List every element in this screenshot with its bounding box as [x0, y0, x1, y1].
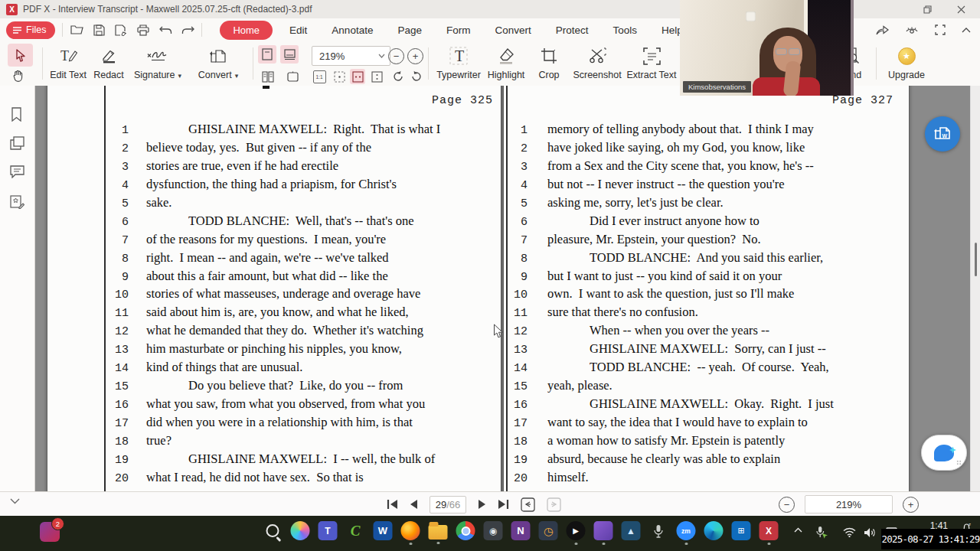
extract-text-tool[interactable]: Extract Text	[626, 44, 677, 80]
transcript-line: 4 but not -- I never instruct -- the que…	[504, 177, 907, 195]
line-text: absurd, because he clearly was able to e…	[547, 452, 780, 467]
zoom-level-display[interactable]: 219%	[805, 495, 893, 514]
last-page-icon[interactable]	[498, 499, 509, 510]
comments-icon[interactable]	[10, 165, 24, 178]
highlight-tool[interactable]: Highlight	[484, 44, 528, 80]
save-as-icon[interactable]	[114, 23, 128, 37]
collapse-panel-icon[interactable]	[10, 498, 20, 504]
fullscreen-icon[interactable]	[935, 24, 946, 35]
voice-recorder-icon[interactable]	[649, 521, 668, 540]
save-icon[interactable]	[92, 23, 106, 37]
share-icon[interactable]	[876, 24, 889, 35]
menu-tab[interactable]: Page	[385, 24, 434, 36]
search-icon[interactable]	[263, 521, 283, 540]
files-menu-button[interactable]: Files	[6, 21, 55, 39]
facing-pages-icon[interactable]	[260, 69, 276, 84]
tray-expand-icon[interactable]	[794, 527, 802, 533]
fit-page-icon[interactable]	[332, 69, 347, 84]
pdf-page-325[interactable]: Page 325 1 GHISLAINE MAXWELL: Right. Tha…	[47, 86, 501, 491]
webcam-overlay: Kimsobservations	[680, 0, 854, 96]
convert-tool[interactable]: Convert	[193, 44, 243, 80]
clock-app-icon[interactable]: ◷	[539, 521, 558, 540]
notification-app-icon[interactable]: 2	[40, 522, 60, 542]
ai-assistant-floating-button[interactable]	[921, 435, 967, 471]
wifi-icon[interactable]	[843, 527, 856, 537]
edit-text-tool[interactable]: T Edit Text	[44, 44, 92, 80]
actual-size-icon[interactable]: 1:1	[312, 69, 327, 84]
typewriter-tool[interactable]: T Typewriter	[434, 44, 483, 80]
view-history-back-icon[interactable]	[521, 497, 535, 512]
first-page-icon[interactable]	[387, 499, 398, 510]
drag-handle-icon[interactable]	[956, 460, 962, 465]
volume-icon[interactable]	[864, 527, 876, 538]
crop-tool[interactable]: Crop	[534, 44, 564, 80]
zoom-out-icon[interactable]: −	[388, 48, 404, 64]
rotate-cw-icon[interactable]	[390, 69, 406, 84]
rotate-ccw-icon[interactable]	[409, 69, 424, 84]
pdf-page-327[interactable]: Page 327 1 memory of telling anybody abo…	[503, 86, 910, 491]
signature-icon	[146, 44, 169, 67]
page-thumbnails-icon[interactable]	[10, 136, 24, 150]
redo-icon[interactable]	[181, 23, 194, 37]
restore-window-button[interactable]	[914, 0, 940, 18]
annotations-icon[interactable]	[10, 194, 24, 209]
fit-width-icon[interactable]	[350, 69, 365, 84]
line-text: TODD BLANCHE: -- yeah. Of course. Yeah,	[547, 360, 829, 375]
menu-tab[interactable]: Convert	[482, 24, 543, 36]
zoom-level-dropdown[interactable]: 219%	[312, 46, 390, 66]
single-page-view-icon[interactable]	[258, 45, 276, 64]
hand-tool-icon[interactable]	[11, 69, 24, 83]
close-window-button[interactable]	[948, 0, 974, 18]
convert-to-word-floating-button[interactable]: W	[925, 116, 960, 152]
signature-tool[interactable]: Signature	[130, 44, 185, 80]
menu-tab[interactable]: Edit	[277, 24, 319, 36]
screenshot-tool[interactable]: Screenshot	[570, 44, 625, 80]
zoom-out-icon[interactable]: −	[779, 497, 795, 513]
previous-page-icon[interactable]	[410, 499, 418, 510]
scrollbar-thumb[interactable]	[975, 243, 977, 276]
menu-tab[interactable]: Tools	[601, 24, 650, 36]
fit-height-icon[interactable]	[369, 69, 384, 84]
firefox-icon[interactable]	[401, 521, 420, 540]
undo-icon[interactable]	[158, 23, 172, 37]
word-icon[interactable]: W	[374, 521, 393, 540]
media-player-icon[interactable]: ▶	[567, 521, 586, 540]
pdf-x-taskbar-icon[interactable]: X	[760, 521, 779, 540]
tab-home-active[interactable]: Home	[220, 21, 273, 40]
next-page-icon[interactable]	[478, 499, 486, 510]
zoom-app-icon[interactable]: zm	[677, 521, 696, 540]
zoom-in-icon[interactable]: +	[903, 497, 919, 513]
menu-tab[interactable]: Protect	[544, 24, 601, 36]
page-box-icon[interactable]	[285, 69, 300, 84]
onenote-icon[interactable]: N	[511, 521, 531, 540]
edge-icon[interactable]	[704, 521, 724, 540]
page-number-input[interactable]: 29 /66	[430, 496, 466, 514]
view-history-forward-icon[interactable]	[547, 497, 561, 512]
copilot-icon[interactable]	[291, 521, 310, 540]
vertical-scrollbar[interactable]	[970, 86, 980, 491]
collapse-ribbon-icon[interactable]	[962, 28, 971, 33]
movies-tv-icon[interactable]	[594, 521, 613, 540]
select-tool-icon[interactable]	[8, 44, 33, 67]
menu-tab[interactable]: Form	[434, 24, 483, 36]
green-app-icon[interactable]: C	[346, 521, 365, 540]
redact-tool[interactable]: Redact	[90, 44, 127, 80]
separator	[876, 47, 877, 80]
menu-tab[interactable]: Annotate	[319, 24, 385, 36]
microphone-in-use-icon[interactable]	[815, 526, 828, 540]
store-icon[interactable]: ⊞	[732, 521, 751, 540]
upgrade-button[interactable]: ★ Upgrade	[885, 44, 928, 80]
continuous-view-icon[interactable]	[280, 45, 299, 64]
file-explorer-icon[interactable]	[429, 525, 448, 540]
teams-icon[interactable]: T	[318, 521, 338, 540]
chrome-icon[interactable]	[456, 521, 475, 540]
open-folder-icon[interactable]	[70, 23, 83, 37]
zoom-in-icon[interactable]: +	[407, 48, 423, 64]
print-icon[interactable]	[136, 23, 150, 37]
bookmarks-icon[interactable]	[10, 107, 23, 122]
camera-app-icon[interactable]: ◉	[484, 521, 503, 540]
line-number: 8	[504, 253, 528, 266]
read-mode-eye-icon[interactable]	[905, 25, 919, 35]
start-icon[interactable]	[236, 521, 255, 540]
photos-icon[interactable]: ▲	[622, 521, 641, 540]
